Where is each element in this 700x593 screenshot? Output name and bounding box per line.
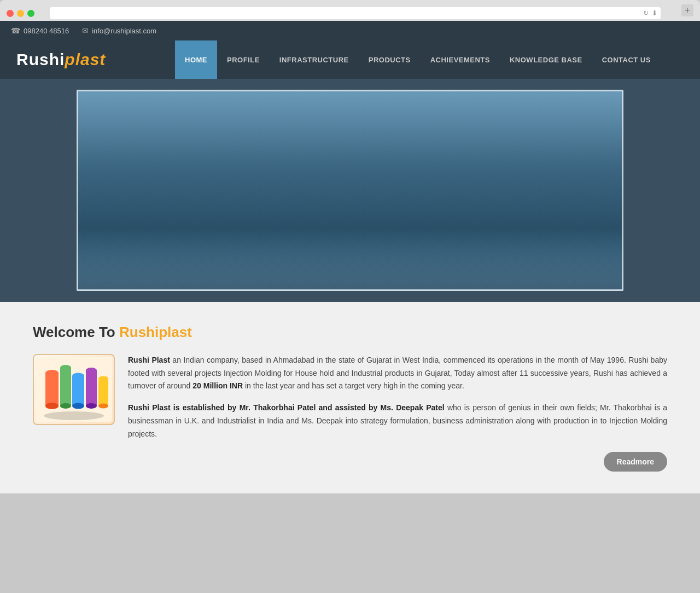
email-address: info@rushiplast.com: [92, 27, 156, 35]
para1: Rushi Plast an Indian company, based in …: [128, 354, 667, 393]
nav-item-contact-us[interactable]: CONTACT US: [592, 40, 661, 79]
svg-point-4: [45, 403, 59, 409]
svg-rect-0: [78, 91, 622, 287]
content-section: Welcome To Rushiplast: [0, 302, 700, 493]
para1-text2: in the last year and has set a target ve…: [243, 381, 464, 390]
logo-area: Rushiplast: [0, 40, 175, 79]
nav-item-products[interactable]: PRODUCTS: [359, 40, 421, 79]
email-contact: ✉ info@rushiplast.com: [82, 26, 156, 35]
welcome-text-static: Welcome To: [33, 324, 119, 340]
download-icon[interactable]: ⬇: [652, 9, 657, 17]
email-icon: ✉: [82, 26, 89, 35]
welcome-heading: Welcome To Rushiplast: [33, 324, 667, 341]
new-tab-button[interactable]: +: [681, 4, 693, 16]
para1-bold: Rushi Plast: [128, 356, 170, 364]
nav-item-profile[interactable]: PROFILE: [217, 40, 270, 79]
svg-point-16: [98, 403, 108, 408]
nav-item-home[interactable]: HOME: [175, 40, 217, 79]
close-button[interactable]: [7, 10, 14, 17]
browser-chrome: ↻ ⬇ +: [0, 0, 700, 21]
logo[interactable]: Rushiplast: [16, 50, 106, 69]
para2-bold: Rushi Plast is established by Mr. Thakor…: [128, 403, 445, 412]
svg-rect-15: [98, 379, 108, 406]
svg-rect-6: [60, 368, 71, 406]
nav-item-knowledge-base[interactable]: KNOWLEDGE BASE: [500, 40, 592, 79]
hero-image: [78, 91, 622, 287]
phone-icon: ☎: [11, 26, 20, 35]
maximize-button[interactable]: [27, 10, 34, 17]
hero-section: [0, 79, 700, 302]
minimize-button[interactable]: [17, 10, 24, 17]
svg-rect-3: [45, 373, 59, 406]
product-image: [33, 354, 115, 425]
main-nav: HOME PROFILE INFRASTRUCTURE PRODUCTS ACH…: [175, 40, 700, 79]
readmore-container: Readmore: [128, 452, 667, 472]
welcome-text-brand: Rushiplast: [119, 324, 192, 340]
refresh-icon[interactable]: ↻: [643, 9, 649, 17]
svg-rect-12: [86, 370, 97, 406]
phone-number: 098240 48516: [24, 27, 69, 35]
svg-point-10: [72, 403, 84, 409]
phone-contact: ☎ 098240 48516: [11, 26, 69, 35]
site-wrapper: ☎ 098240 48516 ✉ info@rushiplast.com Rus…: [0, 21, 700, 493]
svg-point-17: [44, 411, 104, 420]
nav-item-achievements[interactable]: ACHIEVEMENTS: [421, 40, 500, 79]
traffic-lights: [7, 10, 34, 17]
product-illustration: [36, 357, 112, 422]
svg-point-7: [60, 403, 71, 409]
nav-item-infrastructure[interactable]: INFRASTRUCTURE: [270, 40, 359, 79]
top-bar: ☎ 098240 48516 ✉ info@rushiplast.com: [0, 21, 700, 40]
content-body: Rushi Plast an Indian company, based in …: [33, 354, 667, 472]
svg-rect-9: [72, 376, 84, 406]
hero-slider[interactable]: [77, 90, 623, 291]
readmore-button[interactable]: Readmore: [604, 452, 667, 472]
header: Rushiplast HOME PROFILE INFRASTRUCTURE P…: [0, 40, 700, 79]
para2: Rushi Plast is established by Mr. Thakor…: [128, 402, 667, 440]
content-text: Rushi Plast an Indian company, based in …: [128, 354, 667, 472]
logo-plast: plast: [65, 50, 106, 68]
para1-highlight: 20 Million INR: [192, 381, 243, 390]
svg-point-13: [86, 403, 97, 409]
logo-rushi: Rushi: [16, 50, 65, 68]
url-bar[interactable]: ↻ ⬇: [50, 7, 661, 19]
